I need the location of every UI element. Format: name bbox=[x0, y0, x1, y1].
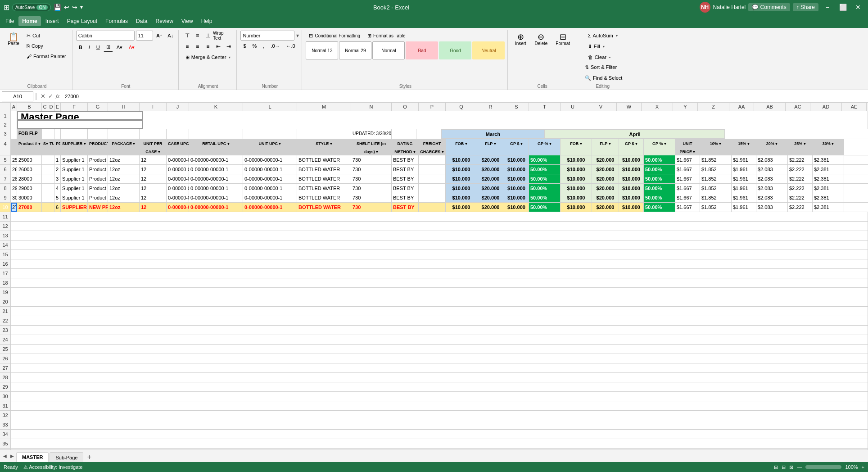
number-format-dropdown-icon[interactable]: ▾ bbox=[296, 32, 299, 39]
col-header-B[interactable]: B bbox=[17, 103, 42, 111]
row-num-20[interactable]: 20 bbox=[0, 297, 11, 306]
cell-L9[interactable]: 0-00000-00000-1 bbox=[243, 193, 297, 202]
cell-L5[interactable]: 0-00000-00000-1 bbox=[243, 155, 297, 164]
cell-E3[interactable] bbox=[54, 129, 61, 139]
header-package[interactable]: PACKAGE ▾ bbox=[108, 139, 140, 155]
cell-AA6[interactable]: $1.961 bbox=[732, 165, 756, 174]
minimize-button[interactable]: − bbox=[821, 1, 834, 14]
row-num-7[interactable]: 7 bbox=[0, 174, 11, 183]
cell-pad-R-3[interactable] bbox=[416, 129, 441, 139]
find-select-button[interactable]: 🔍 Find & Select bbox=[582, 73, 625, 83]
cell-B8[interactable]: 29000 bbox=[17, 184, 42, 193]
cell-M6[interactable]: BOTTLED WATER bbox=[297, 165, 351, 174]
fill-button[interactable]: ⬇ Fill ▾ bbox=[585, 41, 608, 51]
cell-empty-22[interactable] bbox=[11, 316, 868, 325]
menu-insert[interactable]: Insert bbox=[42, 16, 63, 26]
style-neutral[interactable]: Neutral bbox=[472, 41, 505, 59]
cell-U8[interactable]: $10.000 bbox=[561, 184, 592, 193]
cell-U10[interactable]: $10.000 bbox=[561, 203, 592, 212]
cell-pad-Q-3[interactable] bbox=[392, 129, 416, 139]
cell-K3[interactable] bbox=[189, 129, 243, 139]
style-good[interactable]: Good bbox=[439, 41, 471, 59]
cell-Y6[interactable]: $1.667 bbox=[675, 165, 700, 174]
sheet-tab-subpage[interactable]: Sub-Page bbox=[50, 452, 83, 462]
row-num-35[interactable]: 35 bbox=[0, 439, 11, 448]
cell-A6[interactable]: 26000 bbox=[11, 165, 17, 174]
cell-G6[interactable]: Product 2 bbox=[88, 165, 108, 174]
cell-AD5[interactable]: $2.381 bbox=[813, 155, 844, 164]
cell-J5[interactable]: 0-00000-00000-1 bbox=[167, 155, 189, 164]
cell-A7[interactable]: 28000 bbox=[11, 174, 17, 183]
cell-AD6[interactable]: $2.381 bbox=[813, 165, 844, 174]
cell-O8[interactable]: BEST BY bbox=[392, 184, 419, 193]
cell-T6[interactable]: 50.00% bbox=[529, 165, 561, 174]
cell-AA9[interactable]: $1.961 bbox=[732, 193, 756, 202]
cell-E9[interactable]: 5 bbox=[54, 193, 61, 202]
cell-Y10[interactable]: $1.667 bbox=[675, 203, 700, 212]
cell-C8[interactable] bbox=[42, 184, 48, 193]
comments-btn[interactable]: 💬 Comments bbox=[748, 3, 790, 11]
cell-A2[interactable] bbox=[11, 120, 17, 129]
cell-Z5[interactable]: $1.852 bbox=[700, 155, 732, 164]
underline-button[interactable]: U bbox=[94, 43, 103, 51]
cell-empty-30[interactable] bbox=[11, 392, 868, 401]
wrap-text-button[interactable]: Wrap Text bbox=[213, 31, 223, 41]
header-pct20[interactable]: 20% ▾ bbox=[756, 139, 788, 155]
cell-empty-23[interactable] bbox=[11, 326, 868, 335]
clear-button[interactable]: 🗑 Clear ~ bbox=[585, 52, 614, 62]
col-header-Q[interactable]: Q bbox=[446, 103, 477, 111]
cell-H6[interactable]: 12oz bbox=[108, 165, 140, 174]
format-painter-button[interactable]: 🖌 Format Painter bbox=[23, 51, 69, 61]
header-supplier[interactable]: SUPPLIER ▾ bbox=[61, 139, 88, 155]
cell-E7[interactable]: 3 bbox=[54, 174, 61, 183]
close-button[interactable]: ✕ bbox=[852, 1, 864, 14]
cell-empty-18[interactable] bbox=[11, 278, 868, 287]
cell-AC7[interactable]: $2.222 bbox=[788, 174, 813, 183]
cell-D9[interactable] bbox=[48, 193, 54, 202]
cell-N3[interactable]: UPDATED: 3/28/2022 bbox=[351, 129, 392, 139]
cell-W6[interactable]: $10.000 bbox=[619, 165, 644, 174]
cell-H3[interactable] bbox=[108, 129, 140, 139]
cell-AC8[interactable]: $2.222 bbox=[788, 184, 813, 193]
col-header-P[interactable]: P bbox=[419, 103, 446, 111]
cell-O6[interactable]: BEST BY bbox=[392, 165, 419, 174]
cell-W8[interactable]: $10.000 bbox=[619, 184, 644, 193]
sort-filter-button[interactable]: ⇅ Sort & Filter bbox=[582, 62, 620, 72]
cell-S5[interactable]: $10.000 bbox=[504, 155, 529, 164]
cell-Z7[interactable]: $1.852 bbox=[700, 174, 732, 183]
increase-decimal-btn[interactable]: .0→ bbox=[268, 42, 282, 50]
cell-empty-15[interactable] bbox=[11, 250, 868, 259]
row-num-26[interactable]: 26 bbox=[0, 354, 11, 363]
cell-empty-34[interactable] bbox=[11, 430, 868, 439]
insert-function-icon[interactable]: 𝑓𝑥 bbox=[56, 93, 59, 100]
cell-empty-25[interactable] bbox=[11, 345, 868, 354]
cell-J10[interactable]: 0-00000-00000-1 bbox=[167, 203, 189, 212]
row-num-33[interactable]: 33 bbox=[0, 420, 11, 429]
col-header-L[interactable]: L bbox=[243, 103, 297, 111]
col-header-Y[interactable]: Y bbox=[673, 103, 698, 111]
menu-review[interactable]: Review bbox=[152, 16, 176, 26]
col-header-AC[interactable]: AC bbox=[786, 103, 810, 111]
cell-O9[interactable]: BEST BY bbox=[392, 193, 419, 202]
cell-D10[interactable] bbox=[48, 203, 54, 212]
cell-L3[interactable] bbox=[243, 129, 297, 139]
cell-G8[interactable]: Product 4 bbox=[88, 184, 108, 193]
cell-AA8[interactable]: $1.961 bbox=[732, 184, 756, 193]
redo-icon[interactable]: ↪ bbox=[72, 4, 77, 11]
cell-F5[interactable]: Supplier 1 bbox=[61, 155, 88, 164]
cell-E5[interactable]: 1 bbox=[54, 155, 61, 164]
cell-R7[interactable]: $20.000 bbox=[477, 174, 504, 183]
cell-J9[interactable]: 0-00000-00000-1 bbox=[167, 193, 189, 202]
col-header-H[interactable]: H bbox=[108, 103, 140, 111]
col-header-E[interactable]: E bbox=[54, 103, 61, 111]
menu-help[interactable]: Help bbox=[198, 16, 216, 26]
cell-empty-14[interactable] bbox=[11, 241, 868, 250]
confirm-formula-icon[interactable]: ✓ bbox=[48, 93, 53, 100]
cell-M7[interactable]: BOTTLED WATER bbox=[297, 174, 351, 183]
cell-H7[interactable]: 12oz bbox=[108, 174, 140, 183]
cell-empty-13[interactable] bbox=[11, 231, 868, 240]
col-header-M[interactable]: M bbox=[297, 103, 351, 111]
cell-C9[interactable] bbox=[42, 193, 48, 202]
cell-A10[interactable]: 27000 bbox=[11, 203, 17, 212]
col-header-D[interactable]: D bbox=[48, 103, 54, 111]
